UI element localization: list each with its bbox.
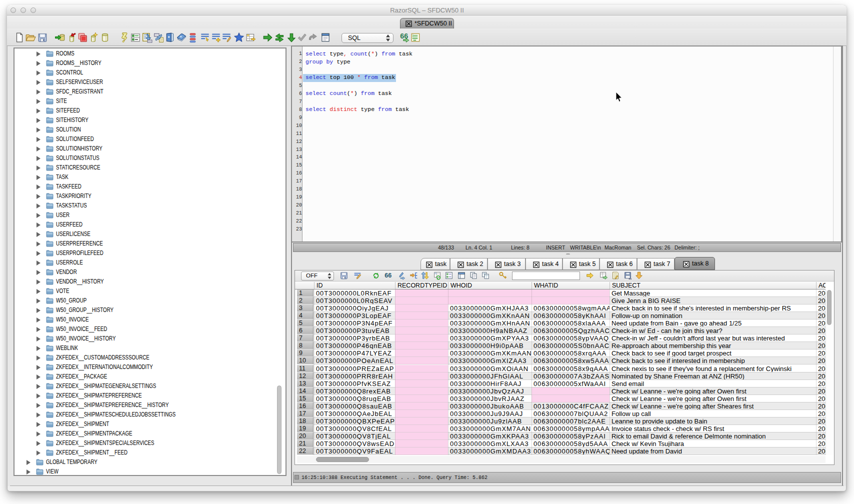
svg-text:66: 66	[384, 272, 392, 279]
